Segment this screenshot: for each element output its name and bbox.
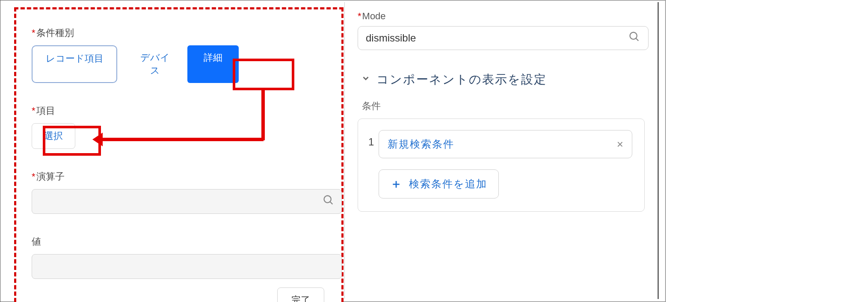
required-asterisk: *: [32, 27, 36, 38]
add-condition-button[interactable]: ＋ 検索条件を追加: [379, 169, 499, 198]
svg-line-1: [330, 202, 333, 204]
plus-icon: ＋: [390, 176, 403, 192]
condition-card[interactable]: 新規検索条件 ×: [379, 130, 632, 158]
visibility-section-header[interactable]: コンポーネントの表示を設定: [358, 71, 645, 88]
value-label: 値: [32, 235, 329, 248]
value-input[interactable]: [32, 254, 342, 279]
segment-detail[interactable]: 詳細: [187, 45, 239, 83]
operator-label: *演算子: [32, 170, 329, 183]
svg-line-3: [636, 38, 639, 41]
segment-device[interactable]: デバイス: [125, 45, 185, 83]
mode-label-text: Mode: [362, 11, 386, 21]
item-section: *項目 選択: [32, 104, 329, 149]
segment-record-field[interactable]: レコード項目: [32, 45, 117, 83]
conditions-label: 条件: [362, 100, 645, 113]
value-section: 値: [32, 235, 329, 279]
add-condition-label: 検索条件を追加: [409, 177, 487, 191]
close-icon[interactable]: ×: [617, 138, 623, 151]
properties-panel: *Mode dismissible コンポーネントの表示を設定 条件 1 新規検…: [344, 2, 659, 299]
svg-point-2: [630, 33, 637, 39]
mode-input[interactable]: dismissible: [358, 26, 649, 50]
item-label-text: 項目: [36, 105, 55, 116]
condition-number: 1: [368, 136, 374, 148]
search-icon: [323, 194, 335, 209]
annotation-arrowhead-icon: [92, 133, 103, 146]
condition-name: 新規検索条件: [388, 137, 454, 151]
operator-label-text: 演算子: [36, 171, 65, 182]
condition-type-label: *条件種別: [32, 27, 329, 39]
annotation-arrow-horizontal: [102, 138, 264, 141]
required-asterisk: *: [32, 105, 36, 116]
conditions-container: 1 新規検索条件 × ＋ 検索条件を追加: [358, 118, 645, 212]
mode-value-text: dismissible: [366, 32, 416, 44]
select-field-button[interactable]: 選択: [32, 123, 75, 149]
filter-editor-panel: *条件種別 レコード項目 デバイス 詳細 *項目 選択 *演算子: [14, 7, 344, 302]
required-asterisk: *: [32, 171, 36, 182]
operator-input[interactable]: [32, 189, 342, 214]
mode-label: *Mode: [358, 11, 645, 22]
visibility-section-title: コンポーネントの表示を設定: [376, 71, 547, 88]
value-label-text: 値: [32, 236, 41, 247]
chevron-down-icon: [361, 74, 370, 86]
svg-point-0: [324, 196, 331, 203]
search-icon: [628, 31, 640, 45]
item-label: *項目: [32, 104, 329, 117]
done-button[interactable]: 完了: [277, 287, 324, 302]
operator-section: *演算子: [32, 170, 329, 214]
condition-type-text: 条件種別: [36, 27, 74, 38]
required-asterisk: *: [358, 11, 361, 21]
app-frame: *条件種別 レコード項目 デバイス 詳細 *項目 選択 *演算子: [0, 0, 666, 302]
annotation-arrow-vertical: [261, 89, 265, 140]
condition-type-segments: レコード項目 デバイス 詳細: [32, 45, 329, 83]
